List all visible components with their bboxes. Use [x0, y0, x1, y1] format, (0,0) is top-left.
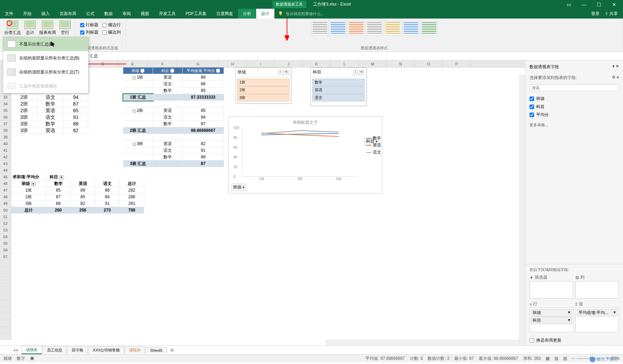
tab-layout[interactable]: 页面布局: [55, 9, 81, 19]
multiselect-icon[interactable]: ⫴: [353, 70, 358, 75]
data-cell[interactable]: 94: [64, 94, 88, 101]
pivot-subtotal[interactable]: 87.33333333: [183, 94, 224, 101]
pivot-cell[interactable]: −2班: [123, 107, 153, 114]
crosstab-cell[interactable]: 91: [95, 200, 120, 207]
view-pagebreak-icon[interactable]: ▧: [563, 356, 567, 361]
crosstab-total[interactable]: 256: [71, 207, 95, 214]
row-header[interactable]: 54: [0, 234, 11, 240]
data-cell[interactable]: 语文: [37, 114, 64, 121]
row-header[interactable]: 47: [0, 187, 11, 194]
columns-area[interactable]: ▥ 列: [575, 274, 619, 299]
record-macro-icon[interactable]: ▣: [30, 356, 34, 362]
tab-baidu[interactable]: 百度网盘: [211, 9, 238, 19]
row-header[interactable]: 42: [0, 154, 11, 160]
crosstab-header[interactable]: 英语: [71, 180, 95, 187]
more-tables-link[interactable]: 更多表格...: [525, 120, 623, 130]
row-header[interactable]: 53: [0, 227, 11, 234]
data-cell[interactable]: 3班: [11, 127, 37, 134]
tab-review[interactable]: 审阅: [118, 9, 136, 19]
pivot-subtotal[interactable]: 3班 汇总: [123, 160, 153, 167]
crosstab-cell[interactable]: 85: [71, 194, 95, 200]
row-header[interactable]: 45: [0, 174, 11, 180]
row-header[interactable]: 35: [0, 107, 11, 114]
share-button[interactable]: ⇪ 共享: [605, 11, 618, 17]
style-thumb[interactable]: [348, 21, 365, 35]
pivot-cell[interactable]: 88: [183, 154, 224, 160]
view-layout-icon[interactable]: ▤: [554, 356, 558, 361]
data-cell[interactable]: 数学: [37, 101, 64, 107]
area-chip[interactable]: 科目▾: [531, 317, 572, 324]
row-header[interactable]: 36: [0, 114, 11, 121]
pivot-cell[interactable]: −3班: [123, 141, 153, 147]
clear-filter-icon[interactable]: ⟲: [284, 70, 289, 75]
field-subject[interactable]: 科目: [530, 103, 619, 111]
col-header[interactable]: J: [275, 60, 303, 67]
data-cell[interactable]: 3班: [11, 121, 37, 127]
slicer-item[interactable]: 英语: [312, 86, 365, 94]
pivot-cell[interactable]: [123, 147, 153, 154]
tab-developer[interactable]: 开发工具: [154, 9, 181, 19]
area-chip[interactable]: 班级▾: [531, 309, 572, 316]
filter-area[interactable]: ▼ 筛选器: [530, 274, 573, 299]
col-headers-check[interactable]: 列标题: [80, 29, 98, 35]
formula-input[interactable]: 1班 汇总: [79, 53, 623, 59]
row-header[interactable]: 49: [0, 200, 11, 207]
crosstab-cell[interactable]: 85: [46, 187, 71, 194]
crosstab-total[interactable]: 总计: [11, 207, 46, 214]
data-cell[interactable]: 2班: [11, 101, 37, 107]
pivot-cell[interactable]: [123, 81, 153, 87]
data-cell[interactable]: 数学: [37, 121, 64, 127]
sheet-tab[interactable]: 课程表: [125, 346, 145, 354]
row-header[interactable]: 34: [0, 101, 11, 107]
pivot-cell[interactable]: 数学: [153, 121, 183, 127]
pivot-cell[interactable]: [123, 154, 153, 160]
pivot-cell[interactable]: −1班: [123, 74, 153, 81]
vertical-scrollbar[interactable]: [519, 74, 525, 345]
crosstab-cell[interactable]: 87: [46, 194, 71, 200]
dropdown-bottom-subtotals[interactable]: 在组的底部显示所有分类汇总(B): [3, 51, 88, 65]
sheet-nav-icon[interactable]: ◂ ▸: [10, 348, 21, 352]
row-header[interactable]: 46: [0, 180, 11, 187]
pivot-cell[interactable]: [123, 87, 153, 94]
data-cell[interactable]: 语文: [37, 94, 64, 101]
crosstab-cell[interactable]: 262: [120, 187, 144, 194]
col-header[interactable]: N: [387, 60, 415, 67]
minimize-icon[interactable]: —: [578, 0, 590, 9]
col-header[interactable]: G: [177, 60, 219, 67]
add-sheet-icon[interactable]: ⊕: [167, 346, 177, 354]
col-header[interactable]: O: [415, 60, 443, 67]
col-header[interactable]: E: [118, 60, 148, 67]
sheet-tab[interactable]: XXX公司销售额: [88, 346, 124, 354]
pivot-cell[interactable]: 语文: [153, 114, 183, 121]
view-normal-icon[interactable]: ▦: [546, 356, 550, 361]
style-thumb[interactable]: [312, 21, 328, 35]
close-icon[interactable]: ✕: [608, 0, 620, 9]
rows-area[interactable]: ≡ 行 班级▾ 科目▾: [530, 301, 573, 333]
row-header[interactable]: 52: [0, 220, 11, 227]
col-header[interactable]: F: [148, 60, 177, 67]
data-cell[interactable]: 3班: [11, 114, 37, 121]
data-cell[interactable]: 85: [64, 107, 88, 114]
data-cell[interactable]: 82: [64, 127, 88, 134]
pivot-cell[interactable]: 94: [183, 114, 224, 121]
sheet-tab[interactable]: 员工信息: [42, 346, 67, 354]
crosstab-cell[interactable]: 261: [120, 200, 144, 207]
tab-view[interactable]: 视图: [136, 9, 154, 19]
data-cell[interactable]: 英语: [37, 127, 64, 134]
col-header[interactable]: M: [359, 60, 387, 67]
crosstab-cell[interactable]: 94: [95, 194, 120, 200]
crosstab-cell[interactable]: 3班: [11, 200, 46, 207]
row-header[interactable]: 37: [0, 121, 11, 127]
multiselect-icon[interactable]: ⫴: [278, 70, 283, 75]
style-thumb[interactable]: [366, 21, 383, 35]
maximize-icon[interactable]: ☐: [593, 0, 605, 9]
crosstab-cell[interactable]: 2班: [11, 194, 46, 200]
tab-formulas[interactable]: 公式: [81, 9, 99, 19]
chart-axis-filter[interactable]: 班级 ▾: [231, 184, 246, 191]
pivot-cell[interactable]: 87: [183, 121, 224, 127]
row-header[interactable]: 55: [0, 240, 11, 247]
banded-rows-check[interactable]: 镶边行: [103, 22, 121, 28]
row-header[interactable]: 56: [0, 247, 11, 254]
pivot-subtotal[interactable]: 88.66666667: [183, 127, 224, 134]
crosstab-cell[interactable]: 88: [95, 187, 120, 194]
